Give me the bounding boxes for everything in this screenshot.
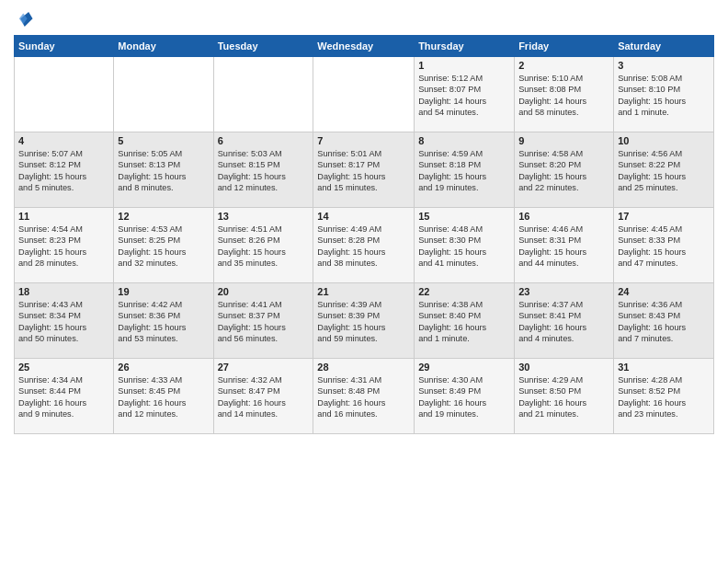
calendar-body: 1Sunrise: 5:12 AM Sunset: 8:07 PM Daylig… [15, 57, 714, 434]
day-info: Sunrise: 5:12 AM Sunset: 8:07 PM Dayligh… [418, 73, 510, 119]
day-info: Sunrise: 4:46 AM Sunset: 8:31 PM Dayligh… [518, 224, 609, 270]
day-number: 23 [518, 286, 609, 297]
day-number: 24 [618, 286, 710, 297]
header-cell-sunday: Sunday [15, 36, 114, 57]
day-info: Sunrise: 4:53 AM Sunset: 8:25 PM Dayligh… [118, 224, 209, 270]
day-cell [114, 57, 213, 132]
header-row: SundayMondayTuesdayWednesdayThursdayFrid… [15, 36, 714, 57]
day-info: Sunrise: 5:07 AM Sunset: 8:12 PM Dayligh… [18, 148, 109, 194]
day-number: 5 [118, 135, 209, 146]
day-info: Sunrise: 4:37 AM Sunset: 8:41 PM Dayligh… [518, 299, 609, 345]
day-info: Sunrise: 5:08 AM Sunset: 8:10 PM Dayligh… [618, 73, 710, 119]
day-info: Sunrise: 4:49 AM Sunset: 8:28 PM Dayligh… [317, 224, 410, 270]
day-info: Sunrise: 4:43 AM Sunset: 8:34 PM Dayligh… [18, 299, 109, 345]
day-cell: 17Sunrise: 4:45 AM Sunset: 8:33 PM Dayli… [614, 208, 714, 283]
week-row-4: 25Sunrise: 4:34 AM Sunset: 8:44 PM Dayli… [15, 359, 714, 434]
day-info: Sunrise: 4:33 AM Sunset: 8:45 PM Dayligh… [118, 374, 209, 420]
logo-icon [14, 9, 34, 29]
day-cell: 29Sunrise: 4:30 AM Sunset: 8:49 PM Dayli… [415, 359, 515, 434]
day-number: 28 [317, 362, 410, 373]
day-number: 7 [317, 135, 410, 146]
day-cell: 13Sunrise: 4:51 AM Sunset: 8:26 PM Dayli… [213, 208, 313, 283]
day-number: 22 [418, 286, 510, 297]
header-cell-wednesday: Wednesday [313, 36, 415, 57]
header-cell-friday: Friday [515, 36, 614, 57]
day-cell: 19Sunrise: 4:42 AM Sunset: 8:36 PM Dayli… [114, 283, 213, 359]
day-cell: 8Sunrise: 4:59 AM Sunset: 8:18 PM Daylig… [415, 132, 515, 208]
day-number: 14 [317, 211, 410, 222]
day-info: Sunrise: 5:01 AM Sunset: 8:17 PM Dayligh… [317, 148, 410, 194]
page: SundayMondayTuesdayWednesdayThursdayFrid… [0, 0, 728, 563]
day-cell [313, 57, 415, 132]
day-cell: 28Sunrise: 4:31 AM Sunset: 8:48 PM Dayli… [313, 359, 415, 434]
calendar-header: SundayMondayTuesdayWednesdayThursdayFrid… [15, 36, 714, 57]
day-number: 16 [518, 211, 609, 222]
day-number: 13 [218, 211, 310, 222]
day-cell: 2Sunrise: 5:10 AM Sunset: 8:08 PM Daylig… [515, 57, 614, 132]
day-cell: 9Sunrise: 4:58 AM Sunset: 8:20 PM Daylig… [515, 132, 614, 208]
day-info: Sunrise: 4:38 AM Sunset: 8:40 PM Dayligh… [418, 299, 510, 345]
day-cell: 3Sunrise: 5:08 AM Sunset: 8:10 PM Daylig… [614, 57, 714, 132]
day-cell: 7Sunrise: 5:01 AM Sunset: 8:17 PM Daylig… [313, 132, 415, 208]
day-cell: 16Sunrise: 4:46 AM Sunset: 8:31 PM Dayli… [515, 208, 614, 283]
header-cell-tuesday: Tuesday [213, 36, 313, 57]
day-info: Sunrise: 4:41 AM Sunset: 8:37 PM Dayligh… [218, 299, 310, 345]
day-number: 21 [317, 286, 410, 297]
day-info: Sunrise: 4:59 AM Sunset: 8:18 PM Dayligh… [418, 148, 510, 194]
day-number: 15 [418, 211, 510, 222]
week-row-2: 11Sunrise: 4:54 AM Sunset: 8:23 PM Dayli… [15, 208, 714, 283]
day-info: Sunrise: 4:56 AM Sunset: 8:22 PM Dayligh… [618, 148, 710, 194]
calendar-table: SundayMondayTuesdayWednesdayThursdayFrid… [14, 35, 714, 434]
day-cell: 23Sunrise: 4:37 AM Sunset: 8:41 PM Dayli… [515, 283, 614, 359]
day-cell: 18Sunrise: 4:43 AM Sunset: 8:34 PM Dayli… [15, 283, 114, 359]
day-number: 31 [618, 362, 710, 373]
day-info: Sunrise: 4:58 AM Sunset: 8:20 PM Dayligh… [518, 148, 609, 194]
day-info: Sunrise: 4:39 AM Sunset: 8:39 PM Dayligh… [317, 299, 410, 345]
day-cell: 20Sunrise: 4:41 AM Sunset: 8:37 PM Dayli… [213, 283, 313, 359]
day-info: Sunrise: 4:31 AM Sunset: 8:48 PM Dayligh… [317, 374, 410, 420]
day-cell: 21Sunrise: 4:39 AM Sunset: 8:39 PM Dayli… [313, 283, 415, 359]
day-cell: 10Sunrise: 4:56 AM Sunset: 8:22 PM Dayli… [614, 132, 714, 208]
day-cell: 22Sunrise: 4:38 AM Sunset: 8:40 PM Dayli… [415, 283, 515, 359]
day-cell: 31Sunrise: 4:28 AM Sunset: 8:52 PM Dayli… [614, 359, 714, 434]
day-info: Sunrise: 4:54 AM Sunset: 8:23 PM Dayligh… [18, 224, 109, 270]
day-number: 26 [118, 362, 209, 373]
day-number: 27 [218, 362, 310, 373]
day-cell: 4Sunrise: 5:07 AM Sunset: 8:12 PM Daylig… [15, 132, 114, 208]
day-cell: 30Sunrise: 4:29 AM Sunset: 8:50 PM Dayli… [515, 359, 614, 434]
day-info: Sunrise: 5:05 AM Sunset: 8:13 PM Dayligh… [118, 148, 209, 194]
day-number: 29 [418, 362, 510, 373]
day-number: 9 [518, 135, 609, 146]
header-cell-saturday: Saturday [614, 36, 714, 57]
day-cell [15, 57, 114, 132]
day-number: 25 [18, 362, 109, 373]
week-row-3: 18Sunrise: 4:43 AM Sunset: 8:34 PM Dayli… [15, 283, 714, 359]
day-number: 17 [618, 211, 710, 222]
day-number: 8 [418, 135, 510, 146]
day-cell: 14Sunrise: 4:49 AM Sunset: 8:28 PM Dayli… [313, 208, 415, 283]
header [14, 9, 714, 29]
day-cell: 5Sunrise: 5:05 AM Sunset: 8:13 PM Daylig… [114, 132, 213, 208]
day-cell: 25Sunrise: 4:34 AM Sunset: 8:44 PM Dayli… [15, 359, 114, 434]
day-number: 18 [18, 286, 109, 297]
day-info: Sunrise: 4:51 AM Sunset: 8:26 PM Dayligh… [218, 224, 310, 270]
day-number: 10 [618, 135, 710, 146]
day-cell: 27Sunrise: 4:32 AM Sunset: 8:47 PM Dayli… [213, 359, 313, 434]
day-info: Sunrise: 4:32 AM Sunset: 8:47 PM Dayligh… [218, 374, 310, 420]
day-number: 11 [18, 211, 109, 222]
day-cell [213, 57, 313, 132]
day-info: Sunrise: 5:10 AM Sunset: 8:08 PM Dayligh… [518, 73, 609, 119]
day-info: Sunrise: 5:03 AM Sunset: 8:15 PM Dayligh… [218, 148, 310, 194]
day-number: 2 [518, 60, 609, 71]
day-cell: 15Sunrise: 4:48 AM Sunset: 8:30 PM Dayli… [415, 208, 515, 283]
day-cell: 12Sunrise: 4:53 AM Sunset: 8:25 PM Dayli… [114, 208, 213, 283]
day-number: 30 [518, 362, 609, 373]
day-cell: 24Sunrise: 4:36 AM Sunset: 8:43 PM Dayli… [614, 283, 714, 359]
day-number: 1 [418, 60, 510, 71]
header-cell-thursday: Thursday [415, 36, 515, 57]
day-number: 20 [218, 286, 310, 297]
day-number: 6 [218, 135, 310, 146]
day-info: Sunrise: 4:29 AM Sunset: 8:50 PM Dayligh… [518, 374, 609, 420]
day-number: 3 [618, 60, 710, 71]
week-row-0: 1Sunrise: 5:12 AM Sunset: 8:07 PM Daylig… [15, 57, 714, 132]
